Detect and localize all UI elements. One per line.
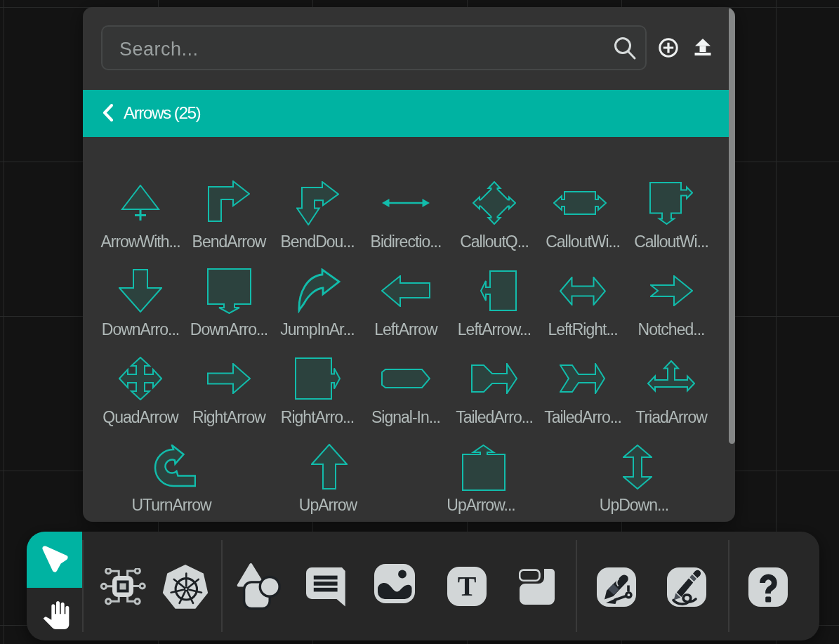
svg-text:T: T: [458, 570, 477, 602]
